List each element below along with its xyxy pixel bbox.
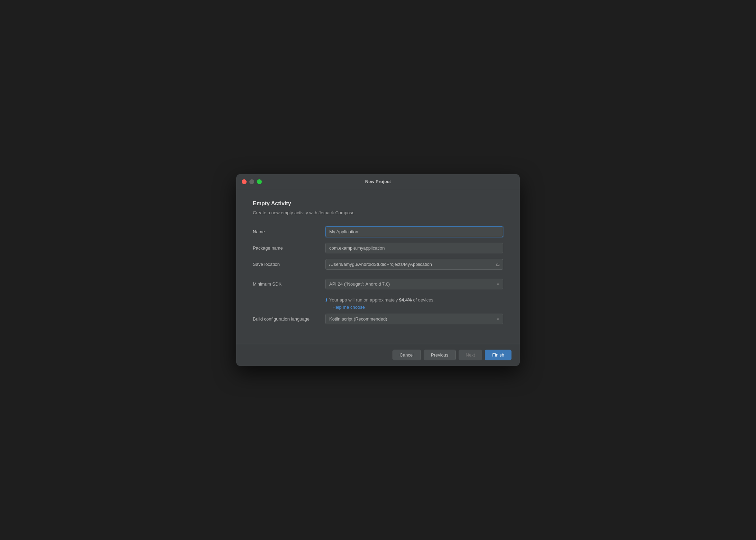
build-config-label: Build configuration language xyxy=(253,316,325,322)
name-row: Name xyxy=(253,226,503,237)
name-field xyxy=(325,226,503,237)
build-config-row: Build configuration language Kotlin scri… xyxy=(253,314,503,324)
minimum-sdk-label: Minimum SDK xyxy=(253,281,325,287)
sdk-info: ℹ Your app will run on approximately 94.… xyxy=(325,297,503,310)
save-location-field: 🗂 xyxy=(325,259,503,270)
name-input[interactable] xyxy=(325,226,503,237)
close-button[interactable] xyxy=(242,179,247,184)
minimize-button[interactable] xyxy=(249,179,254,184)
save-location-label: Save location xyxy=(253,262,325,267)
window-title: New Project xyxy=(365,179,391,184)
minimum-sdk-row: Minimum SDK API 24 ("Nougat"; Android 7.… xyxy=(253,279,503,289)
previous-button[interactable]: Previous xyxy=(424,350,456,360)
sdk-info-text: Your app will run on approximately 94.4%… xyxy=(329,297,435,303)
sdk-info-line: ℹ Your app will run on approximately 94.… xyxy=(325,297,503,303)
save-location-row: Save location 🗂 xyxy=(253,259,503,270)
info-icon: ℹ xyxy=(325,297,327,303)
build-config-select[interactable]: Kotlin script (Recommended) Groovy DSL xyxy=(325,314,503,324)
cancel-button[interactable]: Cancel xyxy=(393,350,421,360)
maximize-button[interactable] xyxy=(257,179,262,184)
folder-icon[interactable]: 🗂 xyxy=(496,262,500,267)
new-project-dialog: New Project Empty Activity Create a new … xyxy=(236,174,520,366)
package-row: Package name xyxy=(253,243,503,253)
dialog-subtitle: Create a new empty activity with Jetpack… xyxy=(253,210,503,215)
minimum-sdk-field: API 24 ("Nougat"; Android 7.0) API 21 ("… xyxy=(325,279,503,289)
traffic-lights xyxy=(242,179,262,184)
minimum-sdk-select[interactable]: API 24 ("Nougat"; Android 7.0) API 21 ("… xyxy=(325,279,503,289)
save-location-input[interactable] xyxy=(325,259,503,270)
form: Name Package name Save location 🗂 xyxy=(253,226,503,330)
build-config-field: Kotlin script (Recommended) Groovy DSL ▼ xyxy=(325,314,503,324)
help-me-choose-link[interactable]: Help me choose xyxy=(332,305,365,310)
next-button[interactable]: Next xyxy=(459,350,482,360)
finish-button[interactable]: Finish xyxy=(485,350,511,360)
package-label: Package name xyxy=(253,245,325,251)
titlebar: New Project xyxy=(236,174,520,189)
package-field xyxy=(325,243,503,253)
dialog-heading: Empty Activity xyxy=(253,200,503,207)
package-input[interactable] xyxy=(325,243,503,253)
dialog-content: Empty Activity Create a new empty activi… xyxy=(236,189,520,330)
sdk-percentage: 94.4% xyxy=(399,297,412,303)
dialog-footer: Cancel Previous Next Finish xyxy=(236,344,520,366)
name-label: Name xyxy=(253,229,325,234)
